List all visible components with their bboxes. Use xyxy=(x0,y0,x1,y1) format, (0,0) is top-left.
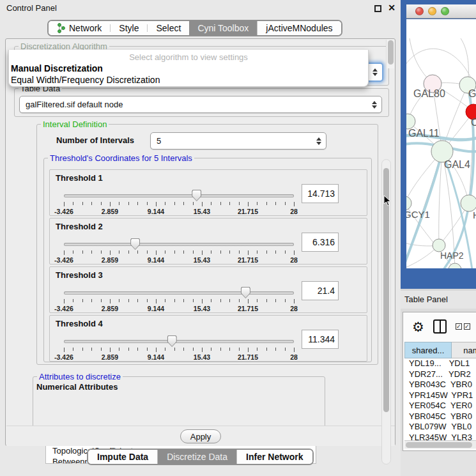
table-row[interactable]: YER054CYER0 xyxy=(404,401,476,411)
slider-tick xyxy=(257,250,257,254)
table-row[interactable]: YBR045CYBR0 xyxy=(404,411,476,422)
slider-tick xyxy=(137,250,138,254)
threshold-slider: -3.4262.8599.14415.4321.71528 xyxy=(64,189,294,215)
table-row[interactable]: YDL19...YDL1 xyxy=(404,358,476,369)
network-canvas[interactable]: GAL80GACGAL11GAL4GCY1HHAP2 xyxy=(406,19,476,268)
table-row[interactable]: YBL079WYBL0 xyxy=(404,422,476,433)
slider-track[interactable] xyxy=(64,243,294,246)
table-row[interactable]: YBR043CYBR0 xyxy=(404,380,476,390)
column-header-shared-name[interactable]: shared... xyxy=(404,342,452,358)
cell-shared-name: YPR145W xyxy=(404,390,448,401)
slider-track[interactable] xyxy=(64,291,294,295)
cell-shared-name: YER054C xyxy=(404,401,446,411)
network-view-window: GAL80GACGAL11GAL4GCY1HHAP2 xyxy=(401,0,476,289)
float-icon[interactable] xyxy=(374,5,381,12)
slider-tick xyxy=(165,202,165,205)
slider-tick-label: 2.859 xyxy=(102,256,118,264)
slider-handle[interactable] xyxy=(167,335,177,347)
column-header-name[interactable]: name xyxy=(452,342,476,358)
cell-name: YDR2 xyxy=(443,369,476,380)
threshold-value-field[interactable]: 14.713 xyxy=(302,184,339,203)
network-node-label: C xyxy=(471,117,476,128)
attributes-scrollbar[interactable] xyxy=(386,40,394,68)
threshold-value-field[interactable]: 6.316 xyxy=(302,233,339,252)
slider-handle[interactable] xyxy=(192,190,201,201)
apply-button[interactable]: Apply xyxy=(180,429,221,443)
slider-handle[interactable] xyxy=(241,287,250,298)
slider-tick xyxy=(294,348,295,352)
slider-tick xyxy=(202,202,203,206)
threshold-panel: Threshold 1-3.4262.8599.14415.4321.71528… xyxy=(49,169,367,216)
control-panel-titlebar: Control Panel ✕ xyxy=(0,0,401,17)
number-of-intervals-combobox[interactable]: 5 xyxy=(150,132,326,150)
mac-minimize-button[interactable] xyxy=(428,7,436,15)
tab-style[interactable]: Style xyxy=(111,21,147,35)
control-panel: Control Panel ✕ Network Style Select Cyn… xyxy=(0,0,401,476)
slider-tick xyxy=(229,250,230,254)
slider-tick xyxy=(91,202,92,205)
slider-track[interactable] xyxy=(64,340,294,343)
apply-strip: Apply xyxy=(6,426,395,446)
tab-select[interactable]: Select xyxy=(148,21,189,35)
slider-tick xyxy=(110,250,111,255)
dropdown-item-equal-width[interactable]: Equal Width/Frequency Discretization xyxy=(9,75,368,85)
slider-tick xyxy=(128,299,129,302)
slider-tick xyxy=(101,299,102,302)
slider-track[interactable] xyxy=(64,194,294,197)
threshold-value-field[interactable]: 11.344 xyxy=(302,330,339,349)
slider-tick xyxy=(165,250,165,254)
table-data-group: Table Data galFiltered.sif default node xyxy=(14,88,389,117)
tab-impute-data[interactable]: Impute Data xyxy=(88,450,157,464)
close-icon[interactable]: ✕ xyxy=(388,3,395,13)
threshold-value-field[interactable]: 21.4 xyxy=(302,281,339,300)
slider-tick xyxy=(174,348,175,351)
cell-shared-name: YDR27... xyxy=(404,369,443,380)
slider-tick xyxy=(119,202,119,205)
slider-tick xyxy=(220,202,221,205)
network-node-label: GAL80 xyxy=(413,88,445,99)
dropdown-item-manual[interactable]: Manual Discretization xyxy=(9,63,368,73)
mac-zoom-button[interactable] xyxy=(441,7,449,15)
slider-tick xyxy=(248,299,249,303)
slider-tick xyxy=(82,348,83,351)
mac-close-button[interactable] xyxy=(415,7,424,15)
slider-handle[interactable] xyxy=(130,238,140,250)
table-panel-title: Table Panel xyxy=(404,295,448,304)
slider-tick xyxy=(147,250,148,254)
threshold-label: Threshold 1 xyxy=(56,173,103,183)
table-rows[interactable]: YDL19...YDL1YDR27...YDR2YBR043CYBR0YPR14… xyxy=(404,358,476,440)
slider-tick xyxy=(220,348,221,351)
threshold-label: Threshold 2 xyxy=(56,222,103,231)
background xyxy=(401,451,476,476)
select-columns-icons[interactable]: ✓ ✓ xyxy=(456,323,470,330)
slider-tick-label: 28 xyxy=(290,256,298,264)
cell-name: YBR0 xyxy=(446,411,476,422)
dropdown-hint: Select algorithm to view settings xyxy=(9,52,368,62)
slider-tick-label: -3.426 xyxy=(54,353,73,361)
slider-tick xyxy=(165,348,165,351)
table-horizontal-scrollbar[interactable] xyxy=(404,440,476,449)
slider-tick-label: 9.144 xyxy=(148,208,164,215)
tab-cyni-toolbox[interactable]: Cyni Toolbox xyxy=(189,21,257,35)
threshold-slider: -3.4262.8599.14415.4321.71528 xyxy=(64,238,294,263)
split-columns-icon[interactable] xyxy=(433,319,447,334)
slider-tick xyxy=(266,299,267,302)
table-data-combobox[interactable]: galFiltered.sif default node xyxy=(19,96,382,113)
tab-network[interactable]: Network xyxy=(49,21,110,35)
network-node[interactable] xyxy=(433,239,445,252)
slider-tick-label: -3.426 xyxy=(54,208,73,215)
slider-tick-label: 21.715 xyxy=(238,256,258,264)
table-row[interactable]: YLR345WYLR3 xyxy=(404,433,476,441)
slider-tick xyxy=(64,250,65,255)
tab-jactivemnodules[interactable]: jActiveMNodules xyxy=(257,21,341,35)
slider-tick xyxy=(64,202,65,206)
table-row[interactable]: YPR145WYPR1 xyxy=(404,390,476,401)
threshold-panel: Threshold 2-3.4262.8599.14415.4321.71528… xyxy=(49,218,367,265)
network-node[interactable] xyxy=(406,196,411,210)
gear-icon[interactable]: ⚙ xyxy=(412,320,424,334)
cell-shared-name: YDL19... xyxy=(404,358,442,369)
network-node-label: H xyxy=(473,210,476,220)
table-row[interactable]: YDR27...YDR2 xyxy=(404,369,476,380)
tab-infer-network[interactable]: Infer Network xyxy=(236,450,312,464)
tab-discretize-data[interactable]: Discretize Data xyxy=(157,450,236,464)
